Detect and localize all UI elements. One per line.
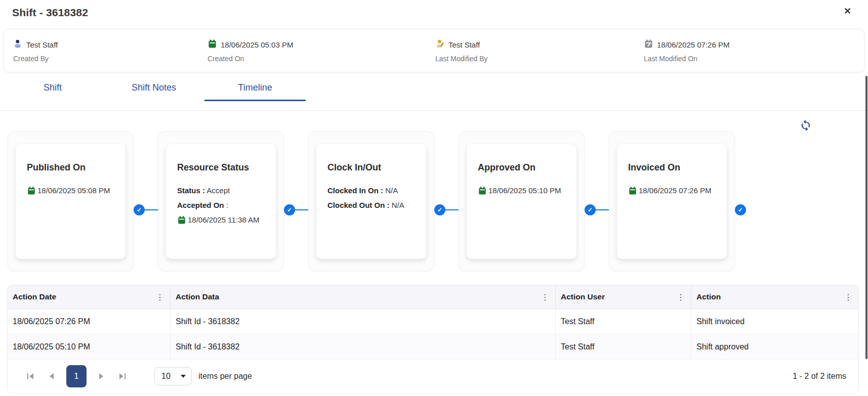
timeline-card-body: Clock In/OutClocked In On : N/AClocked O…: [316, 144, 426, 259]
column-title: Action: [696, 292, 721, 301]
page-size-dropdown[interactable]: 10: [154, 367, 192, 385]
column-title: Action User: [561, 292, 605, 301]
timeline-card-body: Approved On 18/06/2025 05:10 PM: [467, 144, 576, 259]
column-header-action-data[interactable]: Action Data ⋮: [171, 285, 556, 309]
person-edit-yellow-icon: [435, 39, 445, 51]
timeline-connector: ✓: [134, 131, 158, 215]
column-menu-icon[interactable]: ⋮: [675, 292, 687, 302]
timeline-card-invoiced-on: Invoiced On 18/06/2025 07:26 PM: [609, 131, 735, 271]
table-cell: Shift approved: [691, 334, 858, 359]
person-blue-icon: [13, 39, 23, 51]
previous-page-icon: [50, 373, 54, 379]
meta-value: 18/06/2025 07:26 PM: [657, 40, 729, 49]
timeline-card-title: Resource Status: [177, 162, 265, 173]
meta-value: Test Staff: [26, 40, 58, 49]
shift-dialog: Shift - 3618382 ✕ Test Staff Created By …: [0, 0, 868, 396]
last-page-button[interactable]: [115, 369, 130, 384]
timeline-date: 18/06/2025 11:38 AM: [188, 212, 260, 227]
calendar-green-icon: [478, 186, 487, 195]
page-title: Shift - 3618382: [12, 7, 88, 18]
column-title: Action Date: [13, 292, 56, 301]
timeline-card-title: Approved On: [478, 162, 565, 173]
timeline-card-line: 18/06/2025 05:10 PM: [478, 183, 565, 198]
meta-label: Created On: [208, 55, 293, 63]
meta-value: Test Staff: [448, 40, 480, 49]
table-cell: Shift invoiced: [691, 309, 858, 334]
refresh-icon[interactable]: [799, 119, 812, 132]
shift-meta-bar: Test Staff Created By 18/06/2025 05:03 P…: [4, 29, 864, 72]
timeline-card-title: Clock In/Out: [327, 162, 415, 173]
meta-item-last-modified-on: 18/06/2025 07:26 PM Last Modified On: [644, 38, 729, 63]
calendar-edit-gray-icon: [644, 39, 653, 51]
action-log-grid: Action Date ⋮Action Data ⋮Action User ⋮A…: [7, 285, 859, 393]
caret-down-icon: [181, 375, 186, 378]
page-size-value: 10: [161, 372, 171, 381]
meta-item-last-modified-by: Test Staff Last Modified By: [435, 38, 488, 63]
table-cell: 18/06/2025 07:26 PM: [8, 309, 171, 334]
meta-value: 18/06/2025 05:03 PM: [221, 40, 293, 49]
column-title: Action Data: [176, 292, 219, 301]
column-header-action-date[interactable]: Action Date ⋮: [8, 285, 171, 309]
timeline-card-body: Published On 18/06/2025 05:08 PM: [16, 144, 126, 259]
timeline-card-line: Status : Accept: [177, 183, 265, 198]
timeline-card-clock-in-out: Clock In/OutClocked In On : N/AClocked O…: [308, 131, 434, 271]
check-circle-icon: ✓: [585, 204, 596, 215]
previous-page-button[interactable]: [44, 369, 59, 384]
first-page-button[interactable]: [23, 369, 38, 384]
timeline-card-line: 18/06/2025 05:08 PM: [27, 183, 114, 198]
meta-label: Created By: [13, 55, 58, 63]
timeline-date: 18/06/2025 05:10 PM: [488, 183, 561, 198]
timeline-card-approved-on: Approved On 18/06/2025 05:10 PM: [459, 131, 585, 271]
timeline-card-line: 18/06/2025 11:38 AM: [177, 212, 265, 227]
tabs-bar: ShiftShift NotesTimeline: [0, 76, 868, 111]
tab-shift-notes[interactable]: Shift Notes: [103, 76, 204, 101]
timeline-date: 18/06/2025 07:26 PM: [639, 183, 711, 198]
check-circle-icon: ✓: [134, 204, 145, 215]
items-per-page-label: items per page: [198, 372, 252, 381]
table-cell: Test Staff: [556, 309, 691, 334]
column-menu-icon[interactable]: ⋮: [539, 292, 551, 302]
meta-item-created-on: 18/06/2025 05:03 PM Created On: [208, 38, 293, 63]
calendar-green-icon: [208, 39, 217, 51]
timeline-card-body: Resource StatusStatus : AcceptAccepted O…: [166, 144, 276, 259]
column-header-action-user[interactable]: Action User ⋮: [556, 285, 691, 309]
calendar-green-icon: [177, 215, 186, 225]
vertical-scrollbar[interactable]: [865, 76, 867, 359]
next-page-button[interactable]: [94, 369, 109, 384]
check-circle-icon: ✓: [284, 204, 295, 215]
timeline-date: 18/06/2025 05:08 PM: [37, 183, 110, 198]
timeline-card-resource-status: Resource StatusStatus : AcceptAccepted O…: [158, 131, 284, 271]
timeline-card-title: Published On: [27, 162, 114, 173]
table-cell: Shift Id - 3618382: [171, 309, 556, 334]
timeline-connector: ✓: [735, 131, 750, 215]
meta-label: Last Modified On: [644, 55, 729, 63]
table-cell: 18/06/2025 05:10 PM: [8, 334, 171, 359]
column-header-action[interactable]: Action ⋮: [691, 285, 858, 309]
timeline-card-body: Invoiced On 18/06/2025 07:26 PM: [617, 144, 727, 259]
check-circle-icon: ✓: [434, 204, 445, 215]
tab-shift[interactable]: Shift: [2, 76, 103, 101]
column-menu-icon[interactable]: ⋮: [154, 292, 166, 302]
grid-header-row: Action Date ⋮Action Data ⋮Action User ⋮A…: [8, 285, 858, 309]
timeline-card-title: Invoiced On: [628, 162, 716, 173]
timeline-connector: ✓: [284, 131, 308, 215]
next-page-icon: [99, 373, 103, 379]
calendar-green-icon: [628, 186, 637, 195]
meta-item-created-by: Test Staff Created By: [13, 38, 58, 63]
meta-label: Last Modified By: [435, 55, 488, 63]
timeline-section: Published On 18/06/2025 05:08 PM✓Resourc…: [0, 111, 868, 285]
pagination-bar: 1 10 items per page 1 - 2 of 2 items: [8, 360, 858, 393]
check-circle-icon: ✓: [735, 204, 746, 215]
calendar-green-icon: [27, 186, 36, 195]
current-page-button[interactable]: 1: [66, 365, 87, 387]
column-menu-icon[interactable]: ⋮: [842, 292, 854, 302]
timeline-card-line: Clocked Out On : N/A: [327, 198, 415, 212]
tab-timeline[interactable]: Timeline: [204, 76, 306, 101]
last-page-icon: [119, 373, 123, 379]
table-row: 18/06/2025 07:26 PMShift Id - 3618382Tes…: [8, 309, 858, 334]
close-icon[interactable]: ✕: [844, 7, 851, 16]
timeline-connector: ✓: [585, 131, 609, 215]
timeline-card-line: Clocked In On : N/A: [327, 183, 415, 198]
timeline-card-line: 18/06/2025 07:26 PM: [628, 183, 716, 198]
timeline-card-line: Accepted On :: [177, 198, 265, 212]
